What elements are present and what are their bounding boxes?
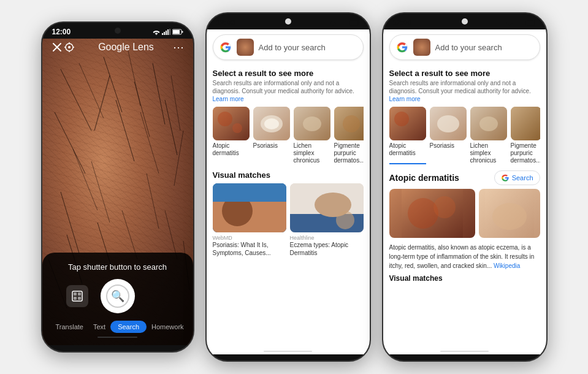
lens-body-icon <box>63 41 75 53</box>
svg-point-56 <box>218 112 232 126</box>
phone3-status-bar: 12:00 <box>383 13 546 29</box>
condition-img-3 <box>294 107 330 140</box>
svg-rect-7 <box>173 30 180 34</box>
google-g-icon <box>501 174 510 182</box>
section-title-2: Select a result to see more <box>213 69 364 78</box>
condition-card-3[interactable]: Lichen simplex chronicus <box>294 107 330 164</box>
svg-rect-4 <box>167 29 169 35</box>
wifi-icon-3 <box>506 20 513 26</box>
phone2-camera-dot <box>285 18 291 25</box>
phone2-time: 12:00 <box>216 18 235 27</box>
more-options-icon[interactable]: ⋯ <box>172 41 185 53</box>
phone3-status-icons <box>506 20 536 26</box>
lens-top-bar: Google Lens ⋯ <box>42 39 193 58</box>
cond-name-3-2: Psoriasis <box>430 142 455 150</box>
signal-icon-2 <box>338 20 347 26</box>
condition-name-3: Lichen simplex chronicus <box>294 142 330 164</box>
tab-homework[interactable]: Homework <box>147 321 185 333</box>
svg-rect-76 <box>519 21 520 26</box>
learn-more-link-2[interactable]: Learn more <box>213 96 244 102</box>
svg-rect-1 <box>162 33 163 35</box>
search-text: Add to your search <box>259 43 357 52</box>
phone3-time: 12:00 <box>393 18 412 27</box>
lens-tabs: Translate Text Search Homework Shoppi... <box>51 321 185 333</box>
svg-point-60 <box>264 118 279 129</box>
phone2-results: Add to your search Select a result to se… <box>207 29 370 354</box>
gallery-button[interactable] <box>66 285 88 307</box>
svg-point-35 <box>68 46 71 48</box>
learn-more-link-3[interactable]: Learn more <box>389 96 421 102</box>
match-title-1: Psoriasis: What It Is, Symptoms, Causes.… <box>213 241 286 257</box>
svg-rect-78 <box>522 20 524 26</box>
search-thumbnail <box>237 39 254 56</box>
search-thumbnail-3 <box>413 39 430 56</box>
results-scroll-3[interactable]: Select a result to see more Search resul… <box>383 65 546 348</box>
condition-card-1[interactable]: Atopic dermatitis <box>213 107 250 164</box>
svg-rect-42 <box>78 292 81 296</box>
svg-rect-81 <box>535 22 536 24</box>
svg-rect-75 <box>517 23 518 26</box>
cond-card-3-3[interactable]: Lichen simplex chronicus <box>470 107 507 164</box>
cond-card-3-2[interactable]: Psoriasis <box>430 107 467 164</box>
svg-point-73 <box>509 25 510 26</box>
phone1-time: 12:00 <box>52 28 71 36</box>
phone3-results: Add to your search Select a result to se… <box>383 29 546 354</box>
shutter-button[interactable]: 🔍 <box>101 279 135 313</box>
svg-rect-89 <box>511 107 540 140</box>
tab-translate[interactable]: Translate <box>51 321 88 333</box>
matches-grid-2: WebMD Psoriasis: What It Is, Symptoms, C… <box>213 183 364 257</box>
tab-search[interactable]: Search <box>110 321 147 333</box>
search-text-3: Add to your search <box>435 43 533 52</box>
close-icon[interactable] <box>51 41 63 53</box>
match-source-2: Healthline <box>290 235 364 241</box>
scroll-indicator-3 <box>440 351 489 352</box>
lens-overlay: Google Lens ⋯ Tap shutter button to sear… <box>42 39 193 345</box>
condition-name-4: Pigmente purpuric dermatos... <box>334 142 364 164</box>
match-card-2[interactable]: Healthline Eczema types: Atopic Dermatit… <box>290 183 364 257</box>
search-thumb-img <box>237 39 254 56</box>
match-img-1 <box>213 183 286 232</box>
cond-img-3-1 <box>389 107 426 140</box>
phone3-camera-dot <box>462 18 468 25</box>
cond-name-3-4: Pigmente purpuric dermatos... <box>511 142 540 164</box>
svg-rect-46 <box>338 24 340 26</box>
tab-text[interactable]: Text <box>88 321 110 333</box>
condition-name-1: Atopic dermatitis <box>213 142 250 157</box>
svg-rect-53 <box>358 22 359 24</box>
search-bar-2[interactable]: Add to your search <box>213 34 364 60</box>
svg-rect-55 <box>213 107 250 140</box>
condition-card-2[interactable]: Psoriasis <box>253 107 290 164</box>
tap-hint: Tap shutter button to search <box>51 262 185 272</box>
conditions-row-2: Atopic dermatitis Psoriasis <box>213 107 364 164</box>
condition-card-4[interactable]: Pigmente purpuric dermatos... <box>334 107 364 164</box>
svg-rect-47 <box>340 23 342 26</box>
cond-card-3-1[interactable]: Atopic dermatitis <box>389 107 426 164</box>
svg-rect-2 <box>164 32 165 35</box>
match-card-1[interactable]: WebMD Psoriasis: What It Is, Symptoms, C… <box>213 183 286 257</box>
atopic-image-1 <box>389 189 475 238</box>
scroll-indicator <box>97 337 137 338</box>
svg-rect-43 <box>74 297 77 300</box>
lens-title: Google Lens <box>80 42 172 53</box>
phone1-status-bar: 12:00 <box>42 23 193 39</box>
svg-point-45 <box>332 25 334 26</box>
cond-name-3-3: Lichen simplex chronicus <box>470 142 507 164</box>
condition-img-4 <box>334 107 364 140</box>
atopic-image-2 <box>479 189 540 238</box>
svg-point-86 <box>437 115 459 132</box>
atopic-search-button[interactable]: Search <box>494 170 540 185</box>
atopic-images <box>389 189 540 238</box>
signal-icon-3 <box>515 20 524 26</box>
cond-card-3-4[interactable]: Pigmente purpuric dermatos... <box>511 107 540 164</box>
svg-point-57 <box>232 123 242 133</box>
svg-rect-48 <box>342 21 343 26</box>
match-title-2: Eczema types: Atopic Dermatitis <box>290 241 364 257</box>
visual-matches-title-2: Visual matches <box>213 170 364 180</box>
battery-icon-2 <box>349 20 360 26</box>
match-img-2 <box>290 183 364 232</box>
svg-rect-44 <box>78 297 81 300</box>
phone2-status-icons <box>329 20 360 26</box>
results-scroll-2[interactable]: Select a result to see more Search resul… <box>207 65 370 348</box>
search-bar-3[interactable]: Add to your search <box>389 34 540 60</box>
wikipedia-link[interactable]: Wikipedia <box>494 262 520 269</box>
